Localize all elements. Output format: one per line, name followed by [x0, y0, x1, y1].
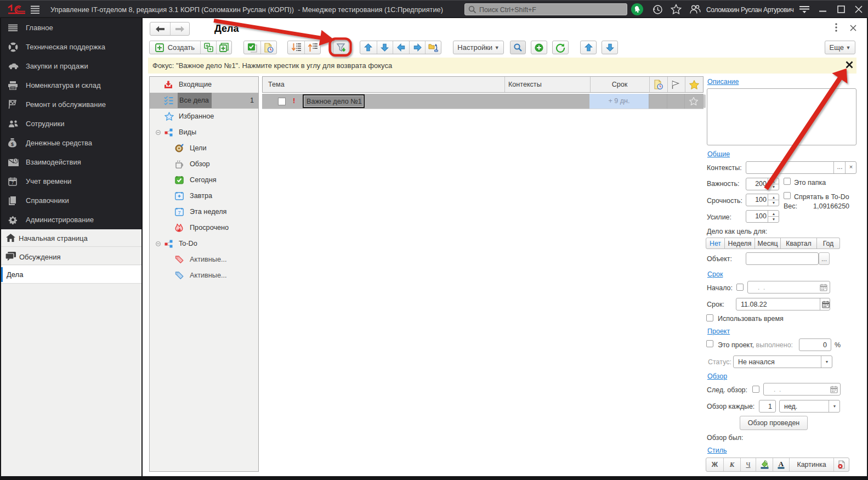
- svg-text:$: $: [11, 142, 14, 147]
- svg-text:7: 7: [12, 180, 14, 185]
- svg-text:A: A: [779, 460, 784, 468]
- svg-text:7: 7: [178, 210, 180, 216]
